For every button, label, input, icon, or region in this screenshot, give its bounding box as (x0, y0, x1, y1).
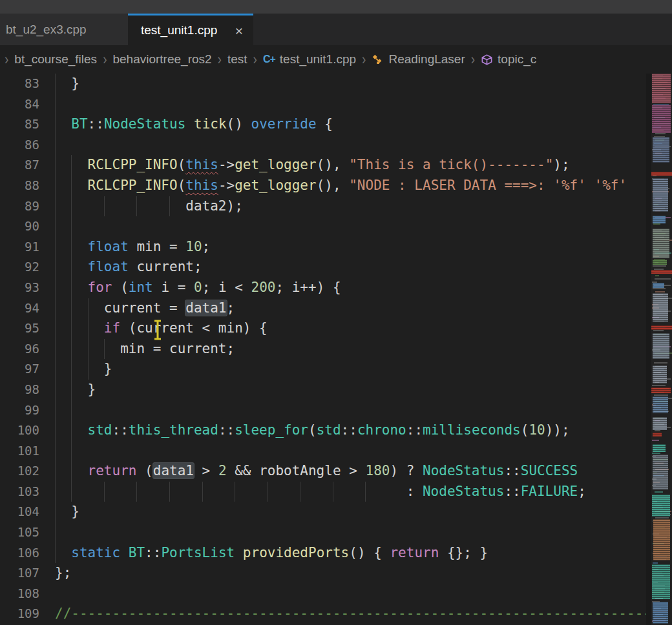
code-token (55, 280, 88, 295)
code-token: () { (349, 545, 390, 560)
minimap-block (653, 283, 664, 288)
minimap-block (653, 365, 667, 384)
code-token: && robotAngle > (227, 463, 366, 478)
code-line-101[interactable]: 101 (0, 441, 648, 462)
code-editor[interactable]: 83 }8485 BT::NodeStatus tick() override … (0, 74, 648, 625)
code-token: BT (129, 545, 145, 560)
code-text: RCLCPP_INFO(this->get_logger(), "This is… (55, 155, 648, 176)
chevron-right-icon: › (362, 50, 366, 68)
code-text (55, 400, 648, 421)
line-number: 91 (0, 237, 39, 258)
chevron-right-icon: › (218, 50, 222, 68)
line-number: 105 (0, 522, 39, 543)
tab-test-unit1[interactable]: test_unit1.cpp × (128, 14, 253, 45)
line-number: 94 (0, 298, 39, 319)
minimap-block (652, 495, 670, 517)
code-line-103[interactable]: 103 : NodeStatus::FAILURE; (0, 482, 648, 502)
cube-icon (481, 54, 493, 66)
chevron-right-icon: › (471, 50, 475, 68)
code-line-100[interactable]: 100 std::this_thread::sleep_for(std::chr… (0, 420, 648, 441)
code-line-83[interactable]: 83 } (0, 74, 648, 94)
code-token: "This is a tick()-------" (349, 157, 553, 172)
code-token: } (55, 76, 79, 91)
code-token: } (55, 504, 79, 519)
minimap-block (651, 270, 672, 274)
code-token: min = current; (55, 341, 235, 356)
code-line-88[interactable]: 88 RCLCPP_INFO(this->get_logger(), "NODE… (0, 176, 648, 196)
code-line-85[interactable]: 85 BT::NodeStatus tick() override { (0, 114, 648, 135)
code-line-94[interactable]: 94 current = data1; (0, 298, 648, 319)
code-token: int (129, 280, 153, 295)
minimap-line (655, 491, 663, 493)
breadcrumb-item-bt-course-files[interactable]: bt_course_files (14, 52, 97, 67)
code-line-106[interactable]: 106 static BT::PortsList providedPorts()… (0, 543, 648, 564)
minimap-block (653, 293, 668, 322)
code-token: ; (227, 300, 235, 316)
code-token: BT (71, 116, 87, 132)
code-token: this (185, 178, 218, 193)
code-line-102[interactable]: 102 return (data1 > 2 && robotAngle > 18… (0, 461, 648, 482)
line-number: 102 (0, 461, 39, 482)
code-token: -> (218, 157, 235, 172)
breadcrumb-item-test[interactable]: test (227, 52, 247, 67)
code-token: //--------------------------------------… (55, 606, 648, 621)
code-line-109[interactable]: 109//-----------------------------------… (0, 604, 648, 624)
code-line-87[interactable]: 87 RCLCPP_INFO(this->get_logger(), "This… (0, 155, 648, 176)
minimap-block (653, 519, 670, 560)
line-number: 86 (0, 135, 39, 156)
code-line-93[interactable]: 93 for (int i = 0; i < 200; i++) { (0, 278, 648, 298)
breadcrumb-item-topic-c[interactable]: topic_c (481, 52, 536, 67)
indent-guide (71, 441, 72, 462)
code-token: providedPorts (243, 545, 349, 560)
tab-bt-u2-ex3[interactable]: bt_u2_ex3.cpp (0, 14, 128, 45)
code-token: ( (178, 157, 186, 172)
code-line-98[interactable]: 98 } (0, 380, 648, 400)
code-line-108[interactable]: 108 (0, 584, 648, 604)
minimap[interactable] (651, 74, 672, 625)
code-line-105[interactable]: 105 (0, 522, 648, 543)
minimap-line (653, 562, 658, 564)
code-line-97[interactable]: 97 } (0, 359, 648, 380)
code-token: 200 (251, 280, 275, 295)
code-line-92[interactable]: 92 float current; (0, 257, 648, 278)
code-line-91[interactable]: 91 float min = 10; (0, 237, 648, 258)
breadcrumb-item-readinglaser[interactable]: ReadingLaser (372, 52, 465, 67)
code-line-107[interactable]: 107}; (0, 563, 648, 584)
code-token: :: (145, 545, 161, 560)
code-token: {}; } (439, 545, 488, 560)
line-number: 107 (0, 563, 39, 584)
indent-guide (71, 400, 72, 421)
code-token (55, 463, 88, 478)
cpp-file-icon: C+ (263, 54, 275, 65)
code-token (55, 422, 88, 438)
code-line-96[interactable]: 96 min = current; (0, 339, 648, 360)
line-number: 104 (0, 502, 39, 522)
code-text: BT::NodeStatus tick() override { (55, 114, 648, 135)
code-lines: 83 }8485 BT::NodeStatus tick() override … (0, 74, 648, 624)
minimap-line (655, 275, 659, 276)
code-line-95[interactable]: 95 if (current < min) { (0, 318, 648, 339)
code-line-90[interactable]: 90 (0, 216, 648, 237)
minimap-line (653, 223, 660, 225)
minimap-block (652, 74, 671, 103)
code-line-104[interactable]: 104 } (0, 502, 648, 522)
close-icon[interactable]: × (235, 24, 243, 37)
code-token: return (390, 545, 439, 560)
minimap-line (653, 265, 666, 267)
code-token: this_thread (129, 422, 218, 438)
line-number: 85 (0, 114, 39, 135)
code-token: } (55, 361, 112, 376)
line-number: 93 (0, 278, 39, 298)
code-line-99[interactable]: 99 (0, 400, 648, 421)
code-token (120, 545, 129, 560)
code-line-89[interactable]: 89 data2); (0, 196, 648, 217)
code-token: current = (55, 300, 185, 316)
breadcrumb-item-test-unit1-cpp[interactable]: C+test_unit1.cpp (263, 52, 356, 67)
code-text: min = current; (55, 339, 648, 360)
minimap-block (653, 333, 669, 359)
breadcrumb-item-behaviortree-ros2[interactable]: behaviortree_ros2 (112, 52, 211, 67)
code-text: for (int i = 0; i < 200; i++) { (55, 278, 648, 298)
code-line-86[interactable]: 86 (0, 135, 648, 156)
code-token: FAILURE (521, 484, 578, 499)
code-line-84[interactable]: 84 (0, 94, 648, 115)
